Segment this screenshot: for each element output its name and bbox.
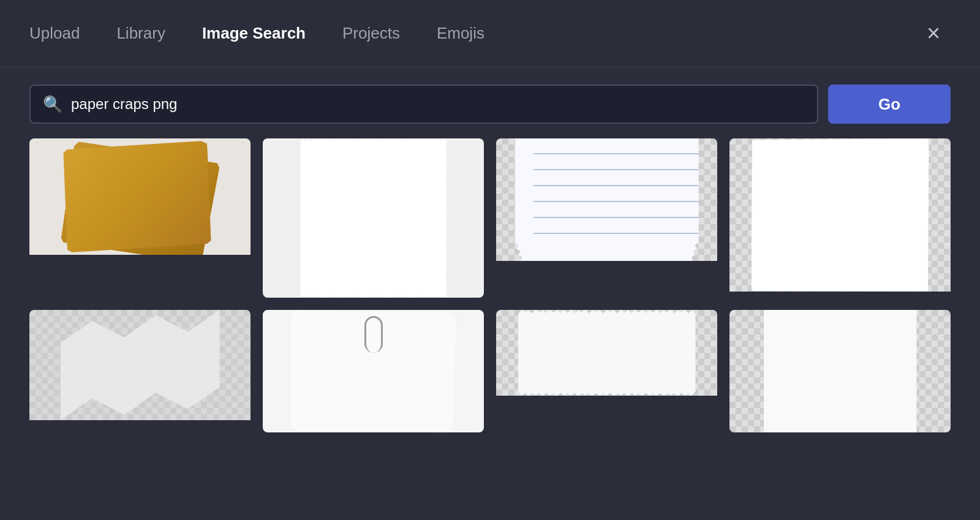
- image-grid-wrapper: [0, 138, 980, 432]
- search-input[interactable]: [71, 96, 805, 113]
- image-result-2[interactable]: [263, 138, 484, 298]
- lined-paper-graphic: [515, 138, 699, 261]
- image-result-6[interactable]: [263, 310, 484, 432]
- paperclip-graphic: [364, 316, 383, 353]
- search-box: 🔍: [29, 85, 818, 124]
- tab-library[interactable]: Library: [116, 19, 165, 48]
- tab-upload[interactable]: Upload: [29, 19, 80, 48]
- white-torn-sq-graphic: [752, 138, 929, 292]
- torn-horiz-graphic: [518, 310, 696, 396]
- torn-vert-graphic: [764, 310, 917, 432]
- torn-paper-graphic: [300, 138, 447, 298]
- tab-projects[interactable]: Projects: [342, 19, 400, 48]
- nav-tabs: Upload Library Image Search Projects Emo…: [29, 19, 916, 48]
- tab-emojis[interactable]: Emojis: [437, 19, 484, 48]
- image-result-8[interactable]: [729, 310, 951, 432]
- grey-torn-graphic: [61, 310, 220, 420]
- image-result-4[interactable]: [729, 138, 951, 298]
- image-result-3[interactable]: [496, 138, 717, 298]
- search-section: 🔍 Go: [0, 67, 980, 138]
- image-grid: [0, 138, 980, 432]
- close-button[interactable]: ×: [916, 17, 951, 51]
- image-result-1[interactable]: [29, 138, 251, 298]
- tab-image-search[interactable]: Image Search: [202, 19, 306, 48]
- search-icon: 🔍: [43, 95, 62, 114]
- lined-paper-dots: [524, 146, 527, 249]
- image-result-5[interactable]: [29, 310, 251, 432]
- go-button[interactable]: Go: [828, 85, 951, 124]
- note-paper-graphic: [291, 310, 456, 432]
- paper-old-graphic: [61, 138, 220, 255]
- image-result-7[interactable]: [496, 310, 717, 432]
- nav-bar: Upload Library Image Search Projects Emo…: [0, 0, 980, 67]
